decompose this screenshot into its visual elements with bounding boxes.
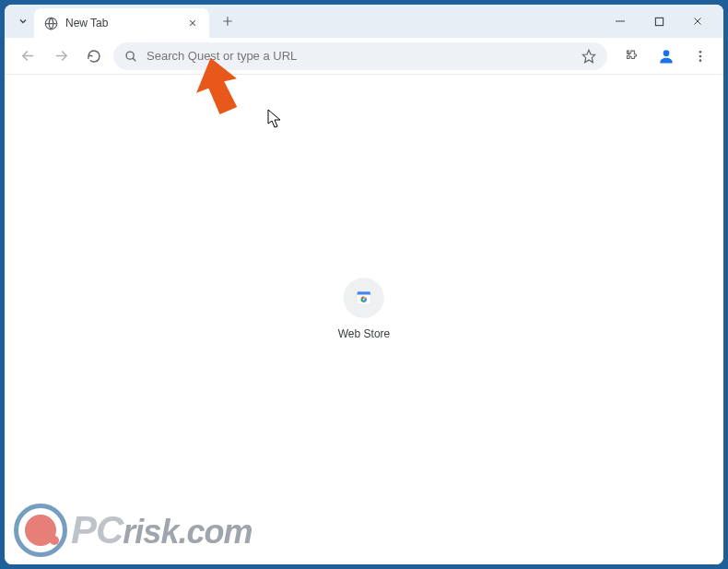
shortcut-tile[interactable] (344, 278, 384, 318)
shortcut-label: Web Store (338, 327, 390, 340)
maximize-button[interactable] (646, 8, 672, 34)
search-icon (124, 50, 137, 63)
bookmark-button[interactable] (581, 49, 596, 64)
globe-icon (43, 16, 58, 30)
omnibox-input[interactable] (147, 49, 572, 63)
titlebar: New Tab (5, 5, 723, 38)
toolbar (5, 38, 723, 75)
svg-point-12 (126, 52, 134, 59)
svg-marker-14 (582, 50, 594, 62)
svg-point-15 (663, 50, 670, 56)
svg-rect-7 (655, 18, 663, 25)
person-icon (657, 47, 675, 65)
minimize-icon (615, 16, 626, 27)
close-window-button[interactable] (685, 8, 710, 34)
reload-button[interactable] (80, 42, 108, 70)
maximize-icon (654, 17, 664, 27)
window-controls (607, 8, 723, 34)
watermark-brand: PC (71, 508, 123, 551)
watermark-text: PCrisk.com (71, 508, 252, 552)
tab-close-button[interactable] (185, 16, 200, 30)
toolbar-right (613, 42, 714, 70)
plus-icon (221, 15, 234, 28)
web-store-icon (355, 289, 373, 307)
svg-line-13 (133, 58, 135, 61)
arrow-right-icon (53, 48, 69, 64)
tab-search-dropdown[interactable] (12, 10, 34, 32)
extensions-button[interactable] (618, 42, 646, 70)
watermark-domain: risk.com (123, 513, 252, 551)
forward-button[interactable] (47, 42, 75, 70)
new-tab-button[interactable] (215, 8, 241, 34)
new-tab-page: Web Store PCrisk.com (5, 75, 723, 564)
close-icon (188, 18, 197, 28)
tab-title: New Tab (65, 17, 178, 30)
browser-window: New Tab (5, 5, 723, 564)
menu-button[interactable] (687, 42, 714, 70)
back-button[interactable] (14, 42, 41, 70)
star-icon (581, 49, 596, 64)
svg-point-18 (699, 59, 702, 62)
address-bar[interactable] (113, 42, 607, 70)
minimize-button[interactable] (607, 8, 633, 34)
svg-point-17 (699, 54, 702, 57)
kebab-icon (693, 49, 708, 64)
svg-point-16 (699, 51, 702, 53)
browser-tab[interactable]: New Tab (34, 8, 209, 38)
arrow-left-icon (20, 48, 36, 64)
close-icon (692, 16, 703, 27)
watermark: PCrisk.com (14, 504, 252, 557)
puzzle-icon (625, 48, 640, 64)
shortcut-web-store[interactable]: Web Store (338, 278, 390, 340)
profile-button[interactable] (653, 43, 679, 69)
watermark-badge-icon (14, 504, 67, 557)
svg-point-22 (363, 299, 365, 301)
reload-icon (87, 49, 101, 64)
chevron-down-icon (18, 16, 29, 27)
